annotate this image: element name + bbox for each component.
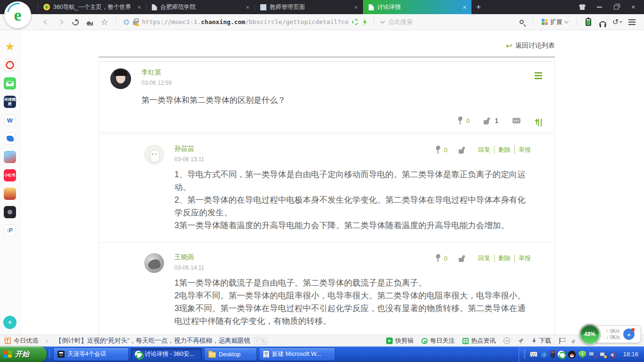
- news-ticker-link[interactable]: 【倒计时】近视的“死对头”，每天吃一点，视力不再模糊，远离戴眼镜: [55, 337, 250, 345]
- tab-360-nav[interactable]: 360导航_一个主页，整个世界 ×: [38, 0, 146, 14]
- restore-button[interactable]: [610, 2, 622, 12]
- reader-whale-icon[interactable]: [4, 132, 16, 145]
- like-button[interactable]: [459, 147, 467, 154]
- tab-close-icon[interactable]: ×: [244, 4, 251, 11]
- site-mode-icon[interactable]: [124, 19, 129, 25]
- quick-launch-divider: [47, 346, 52, 362]
- close-button[interactable]: ×: [627, 2, 639, 12]
- report-link[interactable]: 举报: [514, 254, 535, 263]
- tray-network-status-icon[interactable]: [599, 351, 607, 358]
- input-method-keyboard-icon[interactable]: [530, 352, 537, 357]
- send-flower-button[interactable]: 0: [435, 146, 447, 154]
- undo-closed-tab-button[interactable]: ↺: [611, 16, 624, 28]
- taskbar-item-tianya[interactable]: 天涯等4个会话: [53, 348, 129, 361]
- tray-qq-icon[interactable]: [568, 351, 576, 358]
- daily-follow-button[interactable]: 每日关注: [421, 337, 454, 345]
- rocket-boost-button[interactable]: [518, 338, 524, 344]
- browser-logo[interactable]: e: [4, 1, 31, 28]
- back-to-discussion-link[interactable]: 返回讨论列表: [515, 41, 555, 50]
- battery-saver-icon[interactable]: [582, 16, 594, 28]
- post-author-name[interactable]: 李红英: [141, 68, 172, 77]
- delete-link[interactable]: 删除: [494, 146, 514, 154]
- tab-discussion-detail-active[interactable]: 讨论详情 ×: [363, 0, 471, 14]
- add-app-button[interactable]: +: [3, 316, 17, 329]
- taskbar-item-desktop[interactable]: Desktop: [204, 348, 257, 361]
- reply-paragraph: 1第一类导体的载流子是自由电子。第二类导体的载流子是正负离子。: [174, 277, 534, 289]
- like-button[interactable]: 1: [484, 117, 498, 124]
- taskbar-item-discussion-active[interactable]: 讨论详情 - 360安...: [131, 348, 202, 361]
- reply-author-avatar[interactable]: [144, 253, 164, 273]
- xiaohongshu-icon[interactable]: 小红书: [4, 169, 16, 181]
- memory-ball-48-percent[interactable]: 48%: [579, 323, 601, 345]
- game-app-icon-2[interactable]: [4, 188, 16, 200]
- new-tab-button[interactable]: +: [471, 0, 486, 14]
- accelerate-plus-button[interactable]: +: [623, 329, 635, 340]
- reply-author-name[interactable]: 王晓雨: [174, 253, 204, 262]
- extensions-button[interactable]: 扩展: [538, 18, 572, 26]
- minimize-button[interactable]: [593, 2, 605, 12]
- download-manager-button[interactable]: 下载: [532, 337, 551, 345]
- headphones-audio-icon[interactable]: [596, 16, 609, 28]
- tray-volume-muted-icon[interactable]: [610, 351, 617, 358]
- start-button[interactable]: 开始: [0, 346, 47, 362]
- like-button[interactable]: [459, 255, 467, 262]
- tab-close-icon[interactable]: ×: [353, 4, 359, 11]
- tab-hefei-normal[interactable]: 合肥师范学院 ×: [146, 0, 255, 14]
- thumbs-up-icon: [484, 117, 492, 124]
- no-trace-mode-icon[interactable]: [352, 19, 358, 25]
- send-flower-button[interactable]: 0: [435, 254, 447, 263]
- browser-logo-letter: e: [14, 5, 22, 25]
- tray-battery-icon[interactable]: [551, 351, 555, 358]
- speed-boost-icon[interactable]: [362, 18, 367, 26]
- hqwx-school-icon[interactable]: 环球网校: [4, 96, 16, 108]
- hot-news-button[interactable]: 热点资讯: [462, 337, 495, 345]
- url-text[interactable]: https://mooc1-1.chaoxing.com/bbscircle/g…: [142, 18, 348, 25]
- forward-button[interactable]: [54, 16, 67, 28]
- daily-picks-link[interactable]: 今日优选: [14, 337, 38, 345]
- home-button[interactable]: [83, 16, 96, 28]
- taskbar-item-word-doc[interactable]: 新建 Microsoft W...: [259, 348, 335, 361]
- game-app-icon-3[interactable]: [4, 206, 16, 218]
- memory-percent: 48%: [584, 331, 595, 337]
- reply-author-name[interactable]: 孙苗苗: [174, 145, 204, 153]
- tray-collapse-icon[interactable]: ‹: [540, 351, 548, 358]
- weibo-icon[interactable]: [4, 59, 16, 71]
- theme-skin-icon[interactable]: [576, 2, 588, 12]
- quick-clip-button[interactable]: 快剪辑: [386, 337, 413, 345]
- daily-follow-label: 每日关注: [430, 337, 454, 345]
- send-flower-button[interactable]: 0: [457, 116, 470, 125]
- ssl-lock-warning-icon[interactable]: [133, 21, 138, 25]
- search-icon[interactable]: [515, 16, 528, 28]
- reply-link[interactable]: 回复: [478, 254, 494, 263]
- refresh-button[interactable]: [69, 16, 82, 28]
- reply-link[interactable]: 回复: [478, 146, 494, 154]
- game-app-icon-1[interactable]: [4, 151, 16, 163]
- tab-teacher-admin[interactable]: 教师管理页面 ×: [255, 0, 363, 14]
- bookmark-star-button[interactable]: ☆: [98, 16, 111, 28]
- ip-app-icon[interactable]: iP: [4, 224, 16, 237]
- post-menu-icon[interactable]: [535, 72, 542, 79]
- tray-security-shield-icon[interactable]: [578, 351, 586, 358]
- back-button[interactable]: [40, 16, 52, 28]
- tab-close-icon[interactable]: ×: [136, 4, 142, 11]
- word-doc-icon[interactable]: W: [4, 114, 16, 126]
- tab-close-icon[interactable]: ×: [461, 4, 468, 11]
- mail-icon[interactable]: [4, 77, 16, 90]
- search-input[interactable]: [388, 18, 512, 25]
- url-dropdown-icon[interactable]: [380, 19, 385, 24]
- comment-button[interactable]: [512, 118, 520, 123]
- back-to-top-button[interactable]: [535, 117, 543, 124]
- add-widget-button[interactable]: +: [504, 337, 510, 344]
- url-bar[interactable]: https://mooc1-1.chaoxing.com/bbscircle/g…: [121, 16, 528, 28]
- delete-link[interactable]: 删除: [494, 254, 514, 263]
- favorites-star-icon[interactable]: ★: [4, 41, 16, 53]
- report-flag-button[interactable]: [559, 338, 564, 344]
- ie-compat-button[interactable]: e: [572, 337, 575, 345]
- main-menu-button[interactable]: [626, 16, 638, 28]
- taskbar-clock[interactable]: 18:16: [623, 351, 638, 358]
- report-link[interactable]: 举报: [514, 146, 535, 154]
- tray-360-browser-icon[interactable]: [558, 351, 565, 358]
- post-author-avatar[interactable]: [110, 68, 131, 89]
- tray-network-error-icon[interactable]: [589, 351, 596, 358]
- reply-author-avatar[interactable]: [144, 145, 164, 165]
